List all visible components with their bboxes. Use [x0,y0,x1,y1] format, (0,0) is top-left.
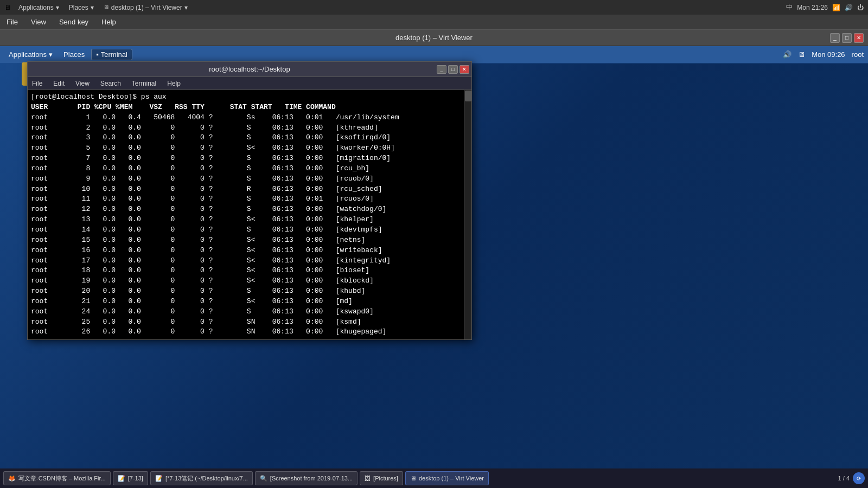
menu-help[interactable]: Help [99,17,118,27]
host-task-screenshot[interactable]: 🔍 [Screenshot from 2019-07-13... [255,471,358,485]
process-row: root 9 0.0 0.0 0 0 ? S 06:13 0:00 [rcuob… [31,174,468,184]
process-row: root 16 0.0 0.0 0 0 ? S< 06:13 0:00 [wri… [31,246,468,256]
host-task-virt[interactable]: 🖥 desktop (1) – Virt Viewer [405,471,489,485]
notes-label: [*7-13笔记 (~/Desktop/linux/7... [165,474,248,483]
process-row: root 1 0.0 0.4 50468 4004 ? Ss 06:13 0:0… [31,113,468,123]
menu-terminal[interactable]: Terminal [130,79,158,88]
places-label: Places [63,50,85,59]
host-task-pictures[interactable]: 🖼 [Pictures] [360,471,403,485]
host-page-badge: ⟳ [853,472,865,484]
host-topbar: 🖥 Applications ▾ Places ▾ 🖥 desktop (1) … [0,0,868,15]
process-row: root 2 0.0 0.0 0 0 ? S 06:13 0:00 [kthre… [31,123,468,133]
terminal-icon: ▪ [96,50,99,59]
process-row: root 11 0.0 0.0 0 0 ? S 06:13 0:01 [rcuo… [31,194,468,204]
virt-label: desktop (1) – Virt Viewer [419,475,484,481]
terminal-menu: File Edit View Search Terminal Help [28,77,471,90]
process-row: root 19 0.0 0.0 0 0 ? S< 06:13 0:00 [kbl… [31,276,468,286]
guest-time-display: Mon 09:26 [812,50,845,59]
volume-icon: 🔊 [845,4,853,11]
notes-icon: 📝 [155,475,163,482]
minimize-button[interactable]: _ [830,33,840,43]
process-row: root 14 0.0 0.0 0 0 ? S 06:13 0:00 [kdev… [31,225,468,235]
menu-view[interactable]: View [73,79,92,88]
editor1-label: [7-13] [128,475,143,481]
process-row: root 20 0.0 0.0 0 0 ? S 06:13 0:00 [khub… [31,286,468,297]
guest-places-menu[interactable]: Places [59,49,89,60]
terminal-process-list: root 1 0.0 0.4 50468 4004 ? Ss 06:13 0:0… [31,113,468,338]
screenshot-label: [Screenshot from 2019-07-13... [270,475,353,481]
process-row: root 26 0.0 0.0 0 0 ? SN 06:13 0:00 [khu… [31,327,468,337]
host-task-editor1[interactable]: 📝 [7-13] [113,471,148,485]
menu-help[interactable]: Help [165,79,183,88]
process-row: root 5 0.0 0.0 0 0 ? S< 06:13 0:00 [kwor… [31,143,468,153]
terminal-titlebar: root@localhost:~/Desktop _ □ ✕ [28,62,471,77]
maximize-button[interactable]: □ [842,33,852,43]
editor-icon: 📝 [118,475,125,482]
terminal-maximize-button[interactable]: □ [448,65,458,74]
menu-search[interactable]: Search [98,79,123,88]
virt-menubar: File View Send key Help [0,15,868,30]
chevron-down-icon: ▾ [91,4,94,11]
process-row: root 17 0.0 0.0 0 0 ? S< 06:13 0:00 [kin… [31,256,468,266]
terminal-header-line: USER PID %CPU %MEM VSZ RSS TTY STAT STAR… [31,102,468,113]
host-task-notes[interactable]: 📝 [*7-13笔记 (~/Desktop/linux/7... [150,471,253,485]
virt-viewer-window: File View Send key Help desktop (1) – Vi… [0,15,868,488]
host-applications-menu[interactable]: Applications ▾ [14,3,63,12]
terminal-window-title: root@localhost:~/Desktop [209,65,290,73]
virt-window-controls: _ □ ✕ [830,33,864,43]
menu-send-key[interactable]: Send key [57,17,91,27]
chevron-down-icon: ▾ [56,4,59,11]
process-row: root 25 0.0 0.0 0 0 ? SN 06:13 0:00 [ksm… [31,317,468,328]
host-topbar-left: 🖥 Applications ▾ Places ▾ 🖥 desktop (1) … [4,3,192,12]
process-row: root 24 0.0 0.0 0 0 ? S 06:13 0:00 [kswa… [31,307,468,317]
process-row: root 18 0.0 0.0 0 0 ? S< 06:13 0:00 [bio… [31,266,468,276]
process-row: root 21 0.0 0.0 0 0 ? S< 06:13 0:00 [md] [31,297,468,307]
close-button[interactable]: ✕ [854,33,864,43]
guest-panel-right: 🔊 🖥 Mon 09:26 root [783,50,864,59]
host-app-icon: 🖥 [4,4,11,11]
host-taskbar-right: 1 / 4 ⟳ [838,472,865,484]
process-row: root 12 0.0 0.0 0 0 ? S 06:13 0:00 [watc… [31,204,468,215]
chevron-down-icon: ▾ [49,50,53,59]
guest-terminal-button[interactable]: ▪ Terminal [91,49,132,60]
guest-applications-menu[interactable]: Applications ▾ [4,49,57,60]
process-row: root 8 0.0 0.0 0 0 ? S 06:13 0:00 [rcu_b… [31,164,468,174]
time-display: Mon 21:26 [797,4,828,11]
menu-view[interactable]: View [29,17,48,27]
terminal-minimize-button[interactable]: _ [437,65,446,74]
host-places-menu[interactable]: Places ▾ [65,3,98,12]
guest-user-display: root [852,50,864,59]
process-row: root 3 0.0 0.0 0 0 ? S 06:13 0:00 [ksoft… [31,133,468,143]
menu-file[interactable]: File [4,17,20,27]
terminal-window: root@localhost:~/Desktop _ □ ✕ File Edit… [27,61,472,340]
process-row: root 10 0.0 0.0 0 0 ? R 06:13 0:00 [rcu_… [31,184,468,195]
guest-desktop: Applications ▾ Places ▪ Terminal 🔊 🖥 Mon… [0,46,868,488]
virt-titlebar: desktop (1) – Virt Viewer _ □ ✕ [0,30,868,46]
lang-indicator: 中 [786,3,793,12]
host-task-firefox[interactable]: 🦊 写文章-CSDN博客 – Mozilla Fir... [3,471,111,485]
host-taskbar: 🦊 写文章-CSDN博客 – Mozilla Fir... 📝 [7-13] 📝… [0,468,868,488]
pictures-label: [Pictures] [373,475,398,481]
menu-file[interactable]: File [30,79,44,88]
process-row: root 13 0.0 0.0 0 0 ? S< 06:13 0:00 [khe… [31,215,468,225]
volume-icon[interactable]: 🔊 [783,50,792,59]
process-row: root 7 0.0 0.0 0 0 ? S 06:13 0:00 [migra… [31,153,468,164]
terminal-content[interactable]: [root@localhost Desktop]$ ps aux USER PI… [28,90,471,339]
virt-window-title: desktop (1) – Virt Viewer [395,34,473,42]
host-topbar-right: 中 Mon 21:26 📶 🔊 ⏻ [786,3,864,12]
scrollbar-thumb[interactable] [465,91,471,101]
terminal-prompt-line: [root@localhost Desktop]$ ps aux [31,92,468,102]
pictures-icon: 🖼 [365,475,371,481]
virt-icon: 🖥 [410,475,416,481]
terminal-scrollbar[interactable] [464,90,471,339]
screenshot-icon: 🔍 [260,475,267,482]
power-icon: ⏻ [857,4,864,11]
virt-viewer-icon: 🖥 [104,4,109,10]
network-icon: 📶 [832,4,840,11]
terminal-close-button[interactable]: ✕ [459,65,469,74]
menu-edit[interactable]: Edit [51,79,67,88]
process-row: root 15 0.0 0.0 0 0 ? S< 06:13 0:00 [net… [31,235,468,246]
host-virt-viewer-button[interactable]: 🖥 desktop (1) – Virt Viewer ▾ [99,3,192,12]
network-status-icon: 🖥 [798,50,805,59]
guest-panel-left: Applications ▾ Places ▪ Terminal [4,49,132,60]
